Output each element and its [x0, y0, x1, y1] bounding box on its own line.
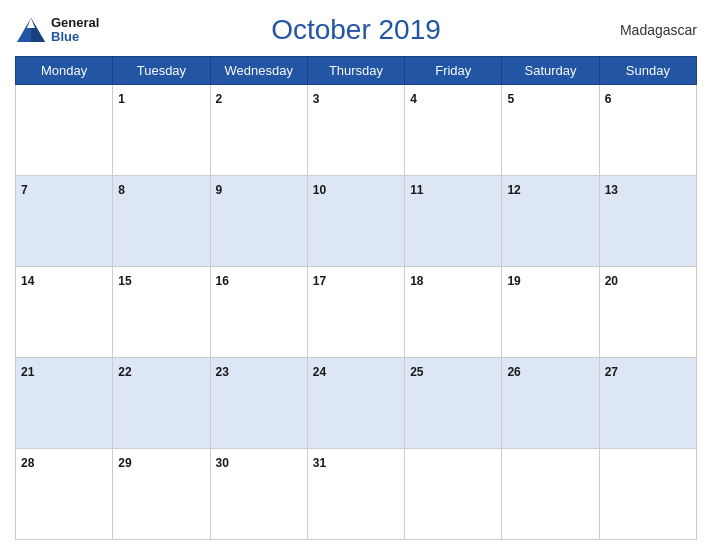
calendar-cell: 29 [113, 449, 210, 540]
calendar-cell: 26 [502, 358, 599, 449]
weekday-thursday: Thursday [307, 57, 404, 85]
day-number: 2 [216, 92, 223, 106]
day-number: 3 [313, 92, 320, 106]
day-number: 15 [118, 274, 131, 288]
weekday-tuesday: Tuesday [113, 57, 210, 85]
weekday-header-row: MondayTuesdayWednesdayThursdayFridaySatu… [16, 57, 697, 85]
day-number: 17 [313, 274, 326, 288]
calendar-table: MondayTuesdayWednesdayThursdayFridaySatu… [15, 56, 697, 540]
calendar-cell: 3 [307, 85, 404, 176]
calendar-cell: 16 [210, 267, 307, 358]
calendar-cell: 5 [502, 85, 599, 176]
calendar-week-row: 78910111213 [16, 176, 697, 267]
calendar-cell [16, 85, 113, 176]
day-number: 23 [216, 365, 229, 379]
calendar-cell: 27 [599, 358, 696, 449]
logo-blue: Blue [51, 30, 99, 44]
calendar-cell: 19 [502, 267, 599, 358]
day-number: 28 [21, 456, 34, 470]
calendar-cell: 18 [405, 267, 502, 358]
calendar-cell: 20 [599, 267, 696, 358]
day-number: 30 [216, 456, 229, 470]
calendar-cell: 22 [113, 358, 210, 449]
weekday-sunday: Sunday [599, 57, 696, 85]
calendar-header: General Blue October 2019 Madagascar [15, 10, 697, 50]
logo-general: General [51, 16, 99, 30]
calendar-cell: 8 [113, 176, 210, 267]
day-number: 8 [118, 183, 125, 197]
weekday-wednesday: Wednesday [210, 57, 307, 85]
weekday-saturday: Saturday [502, 57, 599, 85]
day-number: 22 [118, 365, 131, 379]
calendar-cell [502, 449, 599, 540]
day-number: 27 [605, 365, 618, 379]
day-number: 29 [118, 456, 131, 470]
calendar-cell: 11 [405, 176, 502, 267]
logo: General Blue [15, 14, 99, 46]
calendar-week-row: 28293031 [16, 449, 697, 540]
calendar-cell: 4 [405, 85, 502, 176]
calendar-week-row: 14151617181920 [16, 267, 697, 358]
calendar-cell: 24 [307, 358, 404, 449]
calendar-cell: 14 [16, 267, 113, 358]
day-number: 10 [313, 183, 326, 197]
calendar-cell: 25 [405, 358, 502, 449]
weekday-friday: Friday [405, 57, 502, 85]
day-number: 21 [21, 365, 34, 379]
calendar-cell: 15 [113, 267, 210, 358]
day-number: 11 [410, 183, 423, 197]
calendar-cell: 31 [307, 449, 404, 540]
day-number: 12 [507, 183, 520, 197]
calendar-cell: 7 [16, 176, 113, 267]
calendar-title: October 2019 [271, 14, 441, 46]
day-number: 1 [118, 92, 125, 106]
day-number: 9 [216, 183, 223, 197]
calendar-cell [405, 449, 502, 540]
day-number: 25 [410, 365, 423, 379]
calendar-cell: 2 [210, 85, 307, 176]
calendar-cell: 9 [210, 176, 307, 267]
day-number: 24 [313, 365, 326, 379]
day-number: 26 [507, 365, 520, 379]
day-number: 16 [216, 274, 229, 288]
calendar-cell: 12 [502, 176, 599, 267]
day-number: 6 [605, 92, 612, 106]
calendar-cell: 21 [16, 358, 113, 449]
logo-icon [15, 14, 47, 46]
day-number: 18 [410, 274, 423, 288]
day-number: 14 [21, 274, 34, 288]
calendar-cell: 6 [599, 85, 696, 176]
calendar-cell: 13 [599, 176, 696, 267]
calendar-wrapper: General Blue October 2019 Madagascar Mon… [0, 0, 712, 550]
day-number: 5 [507, 92, 514, 106]
calendar-cell: 28 [16, 449, 113, 540]
logo-text: General Blue [51, 16, 99, 45]
day-number: 19 [507, 274, 520, 288]
day-number: 13 [605, 183, 618, 197]
calendar-week-row: 21222324252627 [16, 358, 697, 449]
svg-marker-2 [31, 18, 45, 42]
day-number: 20 [605, 274, 618, 288]
calendar-cell: 10 [307, 176, 404, 267]
weekday-monday: Monday [16, 57, 113, 85]
calendar-cell: 30 [210, 449, 307, 540]
calendar-week-row: 123456 [16, 85, 697, 176]
calendar-cell: 17 [307, 267, 404, 358]
day-number: 7 [21, 183, 28, 197]
country-label: Madagascar [620, 22, 697, 38]
calendar-cell [599, 449, 696, 540]
day-number: 31 [313, 456, 326, 470]
calendar-cell: 23 [210, 358, 307, 449]
calendar-cell: 1 [113, 85, 210, 176]
day-number: 4 [410, 92, 417, 106]
